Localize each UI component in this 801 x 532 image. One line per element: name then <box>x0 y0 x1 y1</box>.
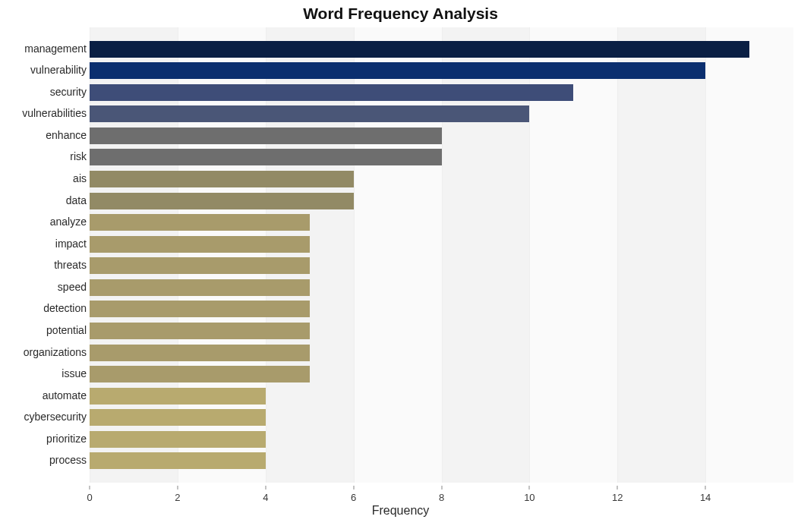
chart-title: Word Frequency Analysis <box>0 5 801 23</box>
category-label: issue <box>61 367 87 379</box>
bar <box>90 366 310 382</box>
bar <box>90 193 354 209</box>
x-axis-label: Frequency <box>0 504 801 518</box>
category-label: management <box>24 42 87 55</box>
category-label: threats <box>54 259 87 271</box>
x-axis-ticks: 02468101214 <box>90 486 793 501</box>
bar <box>90 214 310 231</box>
x-tick-label: 12 <box>612 492 623 503</box>
category-label: data <box>66 194 87 206</box>
x-tick-label: 8 <box>439 492 444 503</box>
bar <box>90 323 310 339</box>
bar <box>90 171 354 187</box>
x-tick-label: 4 <box>263 492 268 503</box>
category-label: automate <box>43 389 87 401</box>
bar <box>90 105 529 122</box>
x-tick-label: 10 <box>524 492 535 503</box>
category-label: speed <box>58 281 87 293</box>
bar <box>90 452 266 469</box>
category-label: potential <box>46 324 87 336</box>
category-label: ais <box>73 172 87 184</box>
x-tick-label: 6 <box>351 492 356 503</box>
category-label: security <box>50 86 87 98</box>
bar <box>90 345 310 361</box>
bar <box>90 409 266 426</box>
bar <box>90 149 442 165</box>
bar <box>90 84 573 101</box>
category-label: enhance <box>46 129 87 141</box>
category-label: vulnerability <box>30 64 87 76</box>
category-label: detection <box>43 302 87 314</box>
bar <box>90 431 266 448</box>
category-label: prioritize <box>46 433 87 445</box>
bar <box>90 62 705 79</box>
bar <box>90 388 266 405</box>
bar <box>90 301 310 317</box>
category-label: organizations <box>24 346 87 358</box>
x-tick-label: 2 <box>175 492 180 503</box>
word-frequency-chart: Word Frequency Analysis managementvulner… <box>0 0 801 532</box>
category-label: vulnerabilities <box>22 107 87 119</box>
x-tick-label: 14 <box>700 492 711 503</box>
bar <box>90 257 310 274</box>
category-label: analyze <box>50 216 87 228</box>
category-label: process <box>49 454 87 466</box>
x-tick-label: 0 <box>87 492 92 503</box>
category-label: cybersecurity <box>24 411 87 423</box>
bar <box>90 127 442 144</box>
bar <box>90 41 749 58</box>
category-label: impact <box>55 238 87 250</box>
bar <box>90 279 310 296</box>
category-label: risk <box>70 150 87 162</box>
bar <box>90 236 310 253</box>
